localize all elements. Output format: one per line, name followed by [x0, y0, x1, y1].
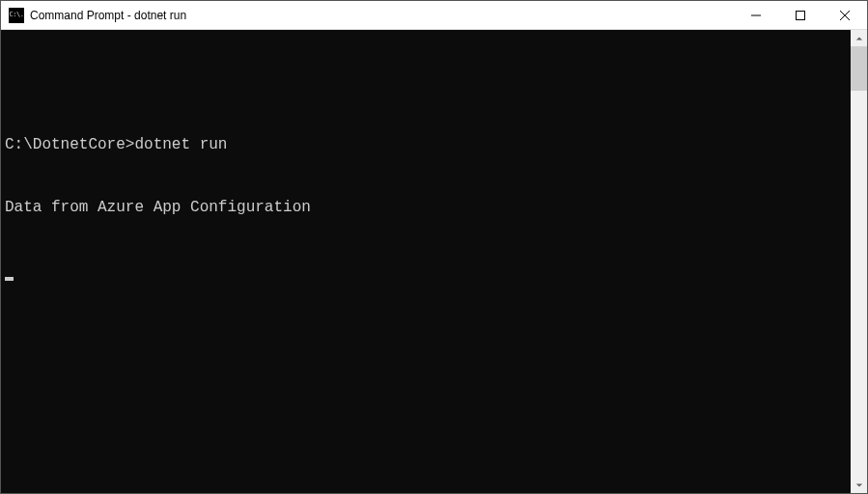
scrollbar-thumb[interactable]	[851, 46, 867, 91]
scrollbar-down-button[interactable]	[851, 477, 867, 493]
maximize-button[interactable]	[778, 1, 823, 29]
terminal-output[interactable]: C:\DotnetCore>dotnet run Data from Azure…	[1, 30, 851, 493]
minimize-button[interactable]	[734, 1, 778, 29]
minimize-icon	[751, 11, 761, 20]
prompt-line: C:\DotnetCore>dotnet run	[5, 135, 847, 156]
svg-rect-1	[797, 11, 805, 19]
chevron-down-icon	[855, 481, 863, 489]
cursor-line	[5, 261, 847, 282]
close-button[interactable]	[823, 1, 867, 29]
window-controls	[734, 1, 867, 29]
chevron-up-icon	[855, 35, 863, 42]
cmd-icon-glyph: C:\.	[10, 12, 24, 18]
client-area: C:\DotnetCore>dotnet run Data from Azure…	[1, 30, 867, 493]
scrollbar-track[interactable]	[851, 46, 867, 477]
cmd-icon: C:\.	[9, 8, 24, 23]
command-text: dotnet run	[134, 136, 227, 153]
vertical-scrollbar[interactable]	[851, 30, 867, 493]
scrollbar-up-button[interactable]	[851, 30, 867, 46]
command-prompt-window: C:\. Command Prompt - dotnet run C:\Dotn…	[0, 0, 868, 494]
close-icon	[840, 11, 850, 20]
maximize-icon	[796, 11, 805, 20]
cursor	[5, 277, 14, 281]
output-line: Data from Azure App Configuration	[5, 198, 847, 219]
prompt-text: C:\DotnetCore>	[5, 136, 134, 153]
window-title: Command Prompt - dotnet run	[30, 9, 734, 22]
blank-line	[5, 73, 847, 94]
titlebar[interactable]: C:\. Command Prompt - dotnet run	[1, 1, 867, 30]
